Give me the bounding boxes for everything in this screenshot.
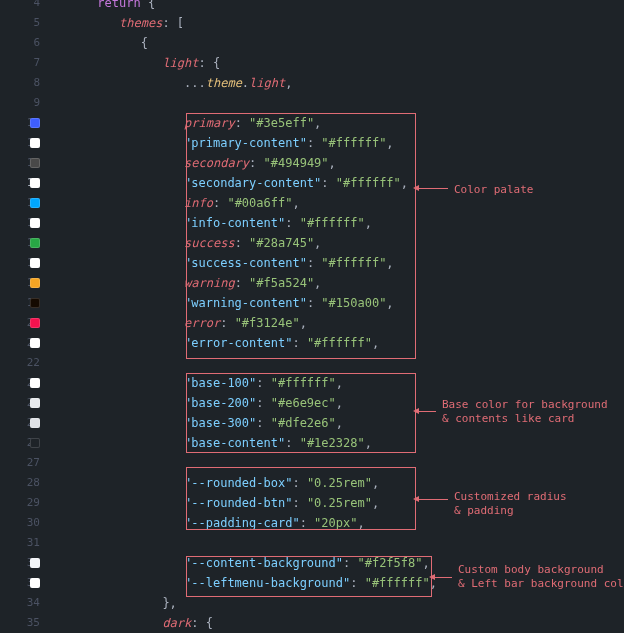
code-line[interactable] <box>54 453 624 473</box>
code-line[interactable]: info: "#00a6ff", <box>54 193 624 213</box>
code-token <box>54 616 162 630</box>
code-token: : <box>285 216 299 230</box>
code-line[interactable]: }, <box>54 593 624 613</box>
code-token <box>54 436 184 450</box>
annotation-text: Color palate <box>454 183 533 197</box>
code-token: primary <box>184 116 235 130</box>
color-swatch <box>30 158 40 168</box>
code-token <box>54 376 184 390</box>
code-line[interactable]: "error-content": "#ffffff", <box>54 333 624 353</box>
code-token: "#f5a524" <box>249 276 314 290</box>
code-line[interactable]: themes: [ <box>54 13 624 33</box>
code-token: , <box>292 196 299 210</box>
code-line[interactable]: "warning-content": "#150a00", <box>54 293 624 313</box>
code-token: "#28a745" <box>249 236 314 250</box>
code-line[interactable] <box>54 93 624 113</box>
code-token: "#494949" <box>264 156 329 170</box>
line-number: 6 <box>0 33 40 53</box>
annotation-arrow-icon <box>418 188 448 189</box>
code-token: : <box>256 396 270 410</box>
annotation-text: Customized radius & padding <box>454 490 567 518</box>
code-line[interactable] <box>54 533 624 553</box>
code-token: "base-100" <box>184 376 256 390</box>
code-token: , <box>386 256 393 270</box>
code-token: "#dfe2e6" <box>271 416 336 430</box>
code-line[interactable]: ...theme.light, <box>54 73 624 93</box>
color-swatch <box>30 418 40 428</box>
code-token: : <box>235 276 249 290</box>
code-line[interactable]: success: "#28a745", <box>54 233 624 253</box>
code-token: "#1e2328" <box>300 436 365 450</box>
code-token: return <box>97 0 140 10</box>
code-token: warning <box>184 276 235 290</box>
code-line[interactable]: "base-100": "#ffffff", <box>54 373 624 393</box>
code-line[interactable]: light: { <box>54 53 624 73</box>
code-token <box>54 0 97 10</box>
color-swatch <box>30 578 40 588</box>
code-token: "#ffffff" <box>321 256 386 270</box>
code-token: secondary <box>184 156 249 170</box>
code-token: : <box>343 556 357 570</box>
code-token: : <box>235 116 249 130</box>
code-token: : { <box>191 616 213 630</box>
annotation-arrow-icon <box>418 499 448 500</box>
code-token <box>54 16 119 30</box>
code-token: , <box>372 476 379 490</box>
code-token: success <box>184 236 235 250</box>
code-token: "base-content" <box>184 436 285 450</box>
code-token <box>54 116 184 130</box>
color-swatch <box>30 198 40 208</box>
code-token: "--padding-card" <box>184 516 300 530</box>
code-line[interactable]: dark: { <box>54 613 624 633</box>
line-number: 5 <box>0 13 40 33</box>
code-token <box>54 136 184 150</box>
code-area[interactable]: return { themes: [ { light: { ...theme.l… <box>48 0 624 633</box>
code-token: "#150a00" <box>321 296 386 310</box>
code-line[interactable]: "success-content": "#ffffff", <box>54 253 624 273</box>
code-token: "0.25rem" <box>307 476 372 490</box>
code-token: light <box>162 56 198 70</box>
line-number: 22 <box>0 353 40 373</box>
code-line[interactable]: "info-content": "#ffffff", <box>54 213 624 233</box>
code-token: : <box>256 416 270 430</box>
code-line[interactable]: { <box>54 33 624 53</box>
code-line[interactable]: return { <box>54 0 624 13</box>
code-token: : <box>350 576 364 590</box>
line-number: 35 <box>0 613 40 633</box>
code-token <box>54 336 184 350</box>
code-line[interactable]: warning: "#f5a524", <box>54 273 624 293</box>
color-swatch <box>30 338 40 348</box>
code-token <box>54 396 184 410</box>
code-token: "--leftmenu-background" <box>184 576 350 590</box>
code-token: "error-content" <box>184 336 292 350</box>
code-token: : <box>321 176 335 190</box>
code-token: error <box>184 316 220 330</box>
code-line[interactable]: "primary-content": "#ffffff", <box>54 133 624 153</box>
code-token: , <box>372 496 379 510</box>
code-token: , <box>365 436 372 450</box>
code-token: "success-content" <box>184 256 307 270</box>
code-line[interactable]: primary: "#3e5eff", <box>54 113 624 133</box>
code-line[interactable]: error: "#f3124e", <box>54 313 624 333</box>
code-token: "#00a6ff" <box>227 196 292 210</box>
annotation-arrow-icon <box>418 411 436 412</box>
code-token: , <box>401 176 408 190</box>
code-token <box>54 196 184 210</box>
code-token: : { <box>199 56 221 70</box>
code-token: }, <box>162 596 176 610</box>
color-swatch <box>30 438 40 448</box>
code-token <box>54 596 162 610</box>
code-token: "#3e5eff" <box>249 116 314 130</box>
line-number: 7 <box>0 53 40 73</box>
color-swatch <box>30 258 40 268</box>
color-swatch <box>30 138 40 148</box>
code-line[interactable]: "secondary-content": "#ffffff", <box>54 173 624 193</box>
code-line[interactable] <box>54 353 624 373</box>
code-line[interactable]: secondary: "#494949", <box>54 153 624 173</box>
line-number: 29 <box>0 493 40 513</box>
code-editor[interactable]: 4567891011121314151617181920212223242526… <box>0 0 624 633</box>
code-token <box>54 236 184 250</box>
code-line[interactable]: "base-content": "#1e2328", <box>54 433 624 453</box>
code-token: dark <box>162 616 191 630</box>
color-swatch <box>30 298 40 308</box>
